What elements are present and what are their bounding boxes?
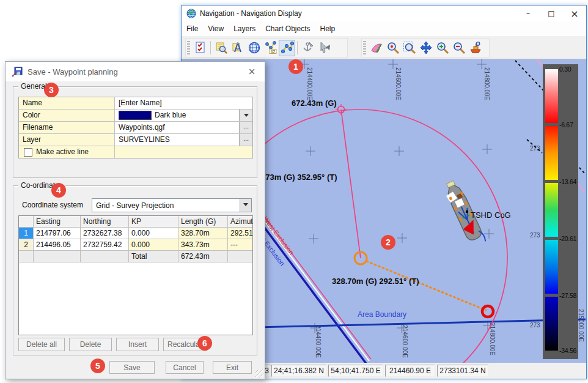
header-easting[interactable]: Easting bbox=[34, 216, 81, 227]
name-input[interactable]: [Enter Name] bbox=[115, 97, 252, 109]
row-header[interactable]: 1 bbox=[19, 228, 34, 239]
cell-azimuth[interactable]: 292.51° bbox=[228, 228, 252, 239]
zoom-in-icon[interactable] bbox=[434, 40, 450, 56]
menu-help[interactable]: Help bbox=[315, 21, 340, 36]
field-row-color: Color Dark blue bbox=[19, 110, 252, 122]
color-dropdown[interactable]: Dark blue bbox=[115, 110, 239, 121]
survey-settings-icon[interactable] bbox=[192, 40, 208, 56]
exit-button[interactable]: Exit bbox=[213, 361, 252, 374]
layer-browse-button[interactable]: ... bbox=[239, 134, 252, 146]
total-length: 672.43m bbox=[178, 251, 228, 262]
dialog-close-icon[interactable]: × bbox=[245, 65, 259, 78]
titlebar[interactable]: Navigation - Navigation Display – □ × bbox=[182, 6, 586, 21]
measure-label-top: 672.43m (G) bbox=[292, 99, 337, 108]
total-azimuth bbox=[228, 251, 252, 262]
colorbar-segment bbox=[545, 69, 558, 123]
globe-icon[interactable] bbox=[246, 40, 262, 56]
table-row[interactable]: 1 214797.06 2732627.38 0.000 328.70m 292… bbox=[19, 228, 252, 239]
annotation-badge-3: 3 bbox=[44, 83, 59, 97]
delete-button[interactable]: Delete bbox=[69, 338, 112, 351]
zoom-point-icon[interactable] bbox=[384, 40, 401, 56]
anchor-cursor-icon[interactable] bbox=[300, 40, 316, 56]
general-groupbox: General Name [Enter Name] Color Dark blu… bbox=[13, 86, 257, 178]
color-swatch bbox=[119, 111, 152, 120]
coordinate-system-dropdown-button[interactable] bbox=[240, 199, 251, 212]
layer-input[interactable]: SURVEYLINES bbox=[115, 134, 239, 146]
visibility-cone-icon[interactable] bbox=[368, 40, 384, 56]
insert-button[interactable]: Insert bbox=[116, 338, 159, 351]
annotation-badge-5: 5 bbox=[90, 359, 105, 373]
cell-easting[interactable]: 214496.05 bbox=[34, 239, 81, 250]
coordinate-system-value: Grid - Survey Projection bbox=[92, 201, 240, 210]
cancel-button[interactable]: Cancel bbox=[166, 361, 204, 374]
total-label: Total bbox=[129, 251, 178, 262]
measure-icon[interactable] bbox=[229, 40, 246, 56]
header-northing[interactable]: Northing bbox=[81, 216, 129, 227]
save-button[interactable]: Save bbox=[109, 361, 155, 374]
minimize-button[interactable]: – bbox=[516, 6, 540, 21]
color-dropdown-button[interactable] bbox=[239, 110, 252, 121]
filename-input[interactable]: Waypoints.qgf bbox=[115, 122, 239, 133]
colorbar-segment bbox=[545, 297, 558, 351]
colorbar-label: -27.58 bbox=[559, 292, 578, 299]
easting-label: 214800.00E bbox=[483, 67, 490, 100]
menu-chart-objects[interactable]: Chart Objects bbox=[260, 21, 315, 36]
field-row-layer: Layer SURVEYLINES ... bbox=[19, 134, 252, 146]
cell-length[interactable]: 328.70m bbox=[178, 228, 228, 239]
menu-file[interactable]: File bbox=[182, 21, 203, 36]
make-active-line-checkbox[interactable] bbox=[24, 148, 32, 157]
layer-label: Layer bbox=[19, 134, 115, 146]
northing-label: 273 bbox=[530, 322, 540, 329]
cell-length[interactable]: 343.73m bbox=[178, 239, 228, 250]
cell-kp[interactable]: 0.000 bbox=[129, 228, 178, 239]
toolbar-separator bbox=[297, 41, 298, 54]
vessel-zoom-icon[interactable] bbox=[467, 40, 483, 56]
cell-easting[interactable]: 214797.06 bbox=[34, 228, 81, 239]
table-row[interactable]: 2 214496.05 2732759.42 0.000 343.73m --- bbox=[19, 239, 252, 251]
coordinate-system-dropdown[interactable]: Grid - Survey Projection bbox=[92, 198, 252, 212]
route-planning-icon[interactable] bbox=[279, 40, 295, 56]
color-value: Dark blue bbox=[155, 110, 186, 121]
easting-label: 214400.00E bbox=[306, 67, 313, 100]
row-header[interactable]: 2 bbox=[19, 239, 34, 250]
color-label: Color bbox=[19, 110, 115, 121]
toolbar-separator bbox=[210, 41, 211, 54]
save-waypoint-dialog: Save - Waypoint planning × General Name … bbox=[5, 61, 265, 379]
status-cell-latitude: 24;41;16.382 N bbox=[271, 365, 326, 377]
header-length[interactable]: Length (G) bbox=[178, 216, 228, 227]
filename-browse-button[interactable]: ... bbox=[239, 122, 252, 133]
status-cell-easting: 214460.90 E bbox=[385, 365, 435, 377]
cell-northing[interactable]: 2732759.42 bbox=[81, 239, 129, 250]
cell-azimuth[interactable]: --- bbox=[228, 239, 252, 250]
dialog-titlebar[interactable]: Save - Waypoint planning × bbox=[6, 62, 265, 81]
area-boundary-label: Area Boundary bbox=[358, 310, 406, 319]
general-fields-table: Name [Enter Name] Color Dark blue Filena… bbox=[18, 97, 253, 158]
menu-view[interactable]: View bbox=[203, 21, 229, 36]
select-cursor-icon[interactable] bbox=[316, 40, 333, 56]
cell-northing[interactable]: 2732627.38 bbox=[81, 228, 129, 239]
coordinate-system-label: Coordinate system bbox=[22, 201, 83, 209]
zoom-out-icon[interactable] bbox=[450, 40, 467, 56]
menu-layers[interactable]: Layers bbox=[229, 21, 260, 36]
route-leg-line bbox=[341, 110, 361, 258]
close-button[interactable]: × bbox=[563, 6, 586, 21]
globe-app-icon bbox=[186, 9, 196, 18]
toolbar-grip[interactable] bbox=[187, 41, 190, 54]
pan-icon[interactable] bbox=[417, 40, 434, 56]
zoom-window-icon[interactable] bbox=[401, 40, 417, 56]
easting-label: 214600.00E bbox=[402, 325, 408, 358]
header-azimuth[interactable]: Azimuth° ... bbox=[228, 216, 252, 227]
find-note-icon[interactable] bbox=[213, 40, 229, 56]
colorbar-segment bbox=[545, 126, 558, 180]
maximize-button[interactable]: □ bbox=[540, 6, 563, 21]
header-kp[interactable]: KP bbox=[129, 216, 178, 227]
easting-label: 214400.00E bbox=[315, 325, 322, 358]
coordinates-table: Easting Northing KP Length (G) Azimuth° … bbox=[18, 215, 253, 335]
resize-grip[interactable] bbox=[255, 370, 263, 377]
make-active-line-option[interactable]: Make active line bbox=[19, 146, 115, 158]
cell-kp[interactable]: 0.000 bbox=[129, 239, 178, 250]
table-total-row: Total 672.43m bbox=[19, 251, 252, 262]
delete-all-button[interactable]: Delete all bbox=[18, 338, 65, 351]
waypoint-grid-icon[interactable]: 62 bbox=[262, 40, 279, 56]
toolbar-grip[interactable] bbox=[363, 41, 366, 54]
